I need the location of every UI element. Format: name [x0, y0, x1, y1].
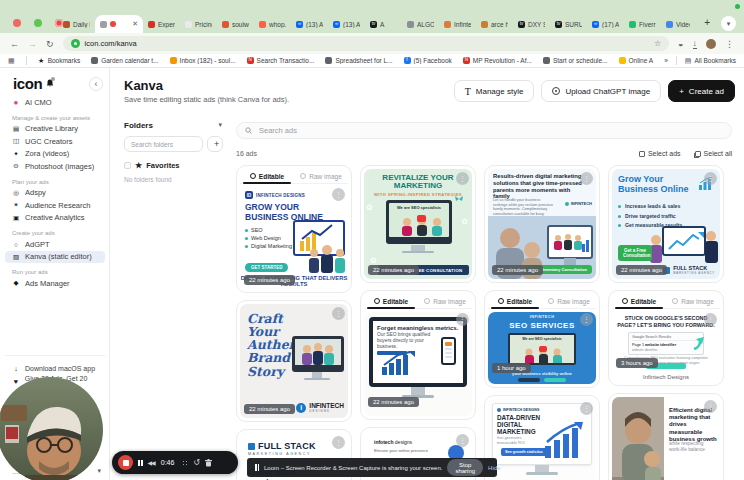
- sidebar-item[interactable]: ✶ Audience Research: [5, 199, 105, 212]
- ad-card[interactable]: INFINTECH DESIGNS DATA-DRIVEN DIGITAL MA…: [484, 395, 600, 480]
- sidebar-item[interactable]: ▨ Kanva (static editor): [5, 251, 105, 264]
- tab-close-icon[interactable]: ✕: [132, 20, 138, 28]
- manage-style-button[interactable]: TManage style: [454, 80, 535, 102]
- browser-tab[interactable]: tv A ✕: [365, 15, 402, 33]
- sidebar-item[interactable]: ● AI CMO: [5, 96, 105, 109]
- bookmark-item[interactable]: Spreadsheet for L...: [325, 57, 392, 64]
- tab-raw-image[interactable]: Raw image: [294, 169, 348, 183]
- extension-icon[interactable]: ◒: [678, 39, 683, 49]
- browser-tab[interactable]: Infinte ✕: [439, 15, 476, 33]
- sidebar-item[interactable]: ⊙ Photoshoot (images): [5, 160, 105, 173]
- loom-control-bar[interactable]: ◀◀ 0:46 ↺: [112, 451, 238, 474]
- ad-card[interactable]: Editable Raw image Forget meaningless me…: [360, 290, 476, 420]
- ad-thumbnail[interactable]: Craft Your Authentic Brand Story i INFIN…: [240, 304, 348, 418]
- browser-tab[interactable]: whop.c ✕: [254, 15, 291, 33]
- browser-tab[interactable]: Daily P ✕: [58, 15, 95, 33]
- browser-tab[interactable]: Experi ✕: [143, 15, 180, 33]
- browser-tab[interactable]: ∞ (13) Ac ✕: [291, 15, 328, 33]
- card-menu-icon[interactable]: ⋮: [456, 434, 469, 447]
- browser-menu-icon[interactable]: ⋮: [725, 39, 734, 49]
- bookmark-item[interactable]: f (5) Facebook: [404, 57, 452, 64]
- pause-icon[interactable]: [138, 460, 143, 466]
- search-ads-box[interactable]: [236, 122, 732, 139]
- close-window-button[interactable]: [13, 19, 21, 27]
- sidebar-item[interactable]: ◆ Ads Manager: [5, 277, 105, 290]
- hide-button[interactable]: Hide: [488, 465, 500, 471]
- tab-editable[interactable]: Editable: [612, 294, 666, 308]
- bookmark-item[interactable]: ★ Bookmarks: [38, 57, 81, 64]
- tab-raw-image[interactable]: Raw image: [666, 294, 720, 308]
- browser-tab[interactable]: ✕: [95, 15, 143, 33]
- browser-tab[interactable]: tv DXY S ✕: [513, 15, 550, 33]
- sidebar-item[interactable]: ▤ Creative Library: [5, 123, 105, 136]
- search-folders-input[interactable]: [124, 136, 203, 152]
- bookmark-item[interactable]: Start or schedule...: [543, 57, 608, 64]
- tab-editable[interactable]: Editable: [364, 294, 418, 308]
- downloads-icon[interactable]: ↓: [693, 39, 698, 49]
- search-ads-input[interactable]: [257, 125, 723, 136]
- tab-raw-image[interactable]: Raw image: [542, 294, 596, 308]
- stop-sharing-button[interactable]: Stop sharing: [447, 459, 483, 476]
- ad-thumbnail[interactable]: Grow Your Business Online Increase leads…: [612, 169, 720, 279]
- browser-tab[interactable]: ∞ (13) Ac ✕: [328, 15, 365, 33]
- browser-tab[interactable]: arce h ✕: [476, 15, 513, 33]
- ad-thumbnail[interactable]: ✿ ✿ ✿ REVITALIZE YOUR MARKETING WITH SPR…: [364, 169, 472, 279]
- card-menu-icon[interactable]: ⋮: [580, 172, 593, 185]
- ad-card[interactable]: Grow Your Business Online Increase leads…: [608, 165, 724, 283]
- bookmarks-overflow-icon[interactable]: »: [664, 57, 668, 64]
- stop-recording-button[interactable]: [118, 455, 133, 470]
- select-ads-button[interactable]: Select ads: [639, 150, 681, 157]
- browser-tab[interactable]: soulwe ✕: [217, 15, 254, 33]
- bookmark-item[interactable]: Garden calendar t...: [91, 57, 158, 64]
- select-all-button[interactable]: Select all: [695, 150, 732, 157]
- folders-chevron-icon[interactable]: ▾: [218, 121, 222, 129]
- ad-card[interactable]: ✿ ✿ ✿ REVITALIZE YOUR MARKETING WITH SPR…: [360, 165, 476, 283]
- add-folder-button[interactable]: +: [207, 136, 223, 152]
- new-tab-button[interactable]: +: [704, 17, 710, 28]
- ad-thumbnail[interactable]: INFINTECH SEO SERVICES We are SEO specia…: [488, 312, 596, 384]
- card-menu-icon[interactable]: ⋮: [456, 313, 469, 326]
- browser-tab[interactable]: ∞ (17) Ac ✕: [587, 15, 624, 33]
- sidebar-item[interactable]: ◎ Adspy: [5, 187, 105, 200]
- browser-tab[interactable]: Video ✕: [661, 15, 690, 33]
- browser-tab[interactable]: tv SURUS ✕: [550, 15, 587, 33]
- apps-grid-icon[interactable]: ▦: [8, 57, 15, 65]
- browser-tab[interactable]: Fiverr ✕: [624, 15, 661, 33]
- trash-icon[interactable]: [205, 459, 212, 467]
- back-icon[interactable]: ←: [10, 39, 19, 49]
- card-menu-icon[interactable]: ⋮: [580, 402, 593, 415]
- ad-thumbnail[interactable]: IDINFINTECH DESIGNS GROW YOUR BUSINESS O…: [240, 187, 348, 289]
- bookmark-item[interactable]: Inbox (182) - soul...: [170, 57, 236, 64]
- ad-card[interactable]: Results-driven digital marketing solutio…: [484, 165, 600, 283]
- browser-tab[interactable]: Pricing ✕: [180, 15, 217, 33]
- tab-raw-image[interactable]: Raw image: [418, 294, 472, 308]
- ad-card[interactable]: Editable Raw image INFINTECH SEO SERVICE…: [484, 290, 600, 388]
- create-ad-button[interactable]: +Create ad: [668, 80, 735, 102]
- card-menu-icon[interactable]: ⋮: [456, 172, 469, 185]
- ad-card[interactable]: Efficient digital marketing that drives …: [608, 393, 724, 480]
- ad-card[interactable]: Editable Raw image IDINFINTECH DESIGNS G…: [236, 165, 352, 293]
- bookmark-item[interactable]: N Search Transactio...: [247, 57, 315, 64]
- card-menu-icon[interactable]: ⋮: [704, 172, 717, 185]
- drag-handle-icon[interactable]: [182, 460, 188, 466]
- sidebar-item[interactable]: ◫ UGC Creators: [5, 135, 105, 148]
- ad-card[interactable]: Editable Raw image STUCK ON GOOGLE'S SEC…: [608, 290, 724, 386]
- sidebar-collapse-button[interactable]: ‹: [89, 77, 103, 91]
- bookmark-item[interactable]: N MP Revolution - Af...: [463, 57, 532, 64]
- all-bookmarks-button[interactable]: ▤All Bookmarks: [685, 57, 736, 65]
- card-menu-icon[interactable]: ⋮: [580, 313, 593, 326]
- tab-editable[interactable]: Editable: [240, 169, 294, 183]
- card-menu-icon[interactable]: ⋮: [332, 188, 345, 201]
- url-text[interactable]: icon.com/kanva: [85, 39, 649, 48]
- card-menu-icon[interactable]: ⋮: [704, 313, 717, 326]
- notifications-bell-icon[interactable]: [46, 79, 54, 88]
- sidebar-footer-item[interactable]: ↓ Download macOS app: [5, 362, 105, 375]
- browser-tab[interactable]: ALGO ✕: [402, 15, 439, 33]
- card-menu-icon[interactable]: ⋮: [704, 400, 717, 413]
- card-menu-icon[interactable]: ⋮: [332, 307, 345, 320]
- favorites-checkbox[interactable]: [124, 162, 131, 169]
- bookmark-item[interactable]: Online Audio Conv...: [619, 57, 654, 64]
- reload-icon[interactable]: ↻: [46, 39, 54, 49]
- sidebar-item[interactable]: ▣ Creative Analytics: [5, 212, 105, 225]
- bookmark-star-icon[interactable]: ☆: [654, 39, 661, 48]
